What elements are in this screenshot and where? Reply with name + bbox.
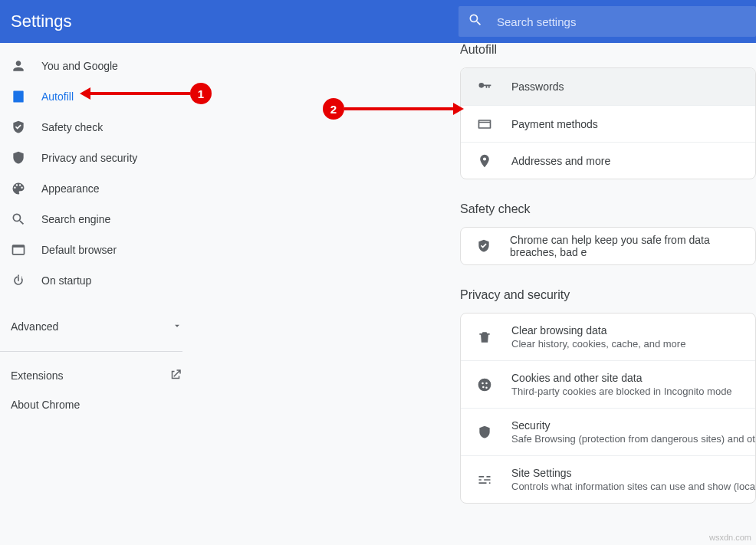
sidebar-item-autofill[interactable]: Autofill — [0, 81, 184, 112]
row-subtitle: Clear history, cookies, cache, and more — [511, 338, 685, 350]
sidebar-advanced[interactable]: Advanced — [0, 308, 199, 345]
row-subtitle: Safe Browsing (protection from dangerous… — [511, 433, 756, 445]
credit-card-icon — [476, 116, 493, 133]
section-title-safety: Safety check — [460, 202, 756, 216]
shield-icon — [11, 150, 26, 166]
palette-icon — [11, 181, 26, 196]
cookie-icon — [476, 376, 493, 393]
person-icon — [11, 58, 26, 74]
browser-icon — [11, 242, 26, 258]
row-label: Passwords — [511, 80, 564, 93]
section-privacy: Privacy and security Clear browsing data… — [460, 288, 756, 504]
main-content: Autofill Passwords Payment methods Addre… — [199, 43, 756, 545]
row-label: Payment methods — [511, 118, 598, 130]
shield-check-icon — [11, 120, 26, 135]
chevron-down-icon — [172, 320, 182, 333]
row-label: Addresses and more — [511, 155, 610, 167]
sidebar-advanced-label: Advanced — [11, 320, 58, 333]
sidebar-item-label: You and Google — [41, 60, 118, 72]
sidebar: You and Google Autofill Safety check Pri… — [0, 43, 199, 545]
sidebar-item-label: Autofill — [41, 90, 74, 103]
sidebar-item-label: Safety check — [41, 121, 103, 133]
power-icon — [11, 273, 26, 288]
section-autofill: Autofill Passwords Payment methods Addre… — [460, 43, 756, 179]
sidebar-item-default-browser[interactable]: Default browser — [0, 235, 184, 265]
row-payment-methods[interactable]: Payment methods — [461, 105, 755, 142]
shield-check-icon — [476, 238, 491, 254]
sliders-icon — [476, 471, 493, 488]
row-title: Security — [511, 419, 756, 432]
sidebar-extensions-label: Extensions — [11, 369, 63, 382]
search-icon — [468, 12, 497, 31]
sidebar-about-label: About Chrome — [11, 399, 80, 411]
shield-icon — [476, 424, 493, 441]
row-passwords[interactable]: Passwords — [461, 68, 755, 105]
autofill-icon — [11, 89, 26, 104]
sidebar-item-label: Search engine — [41, 213, 110, 225]
search-input[interactable] — [497, 15, 747, 28]
section-title-privacy: Privacy and security — [460, 288, 756, 302]
body: You and Google Autofill Safety check Pri… — [0, 43, 756, 545]
sidebar-item-privacy-security[interactable]: Privacy and security — [0, 143, 184, 173]
magnify-icon — [11, 212, 26, 227]
sidebar-item-label: On startup — [41, 274, 91, 287]
section-safety-check: Safety check Chrome can help keep you sa… — [460, 202, 756, 265]
sidebar-item-appearance[interactable]: Appearance — [0, 173, 184, 204]
sidebar-item-label: Default browser — [41, 244, 117, 256]
sidebar-item-label: Privacy and security — [41, 152, 137, 164]
key-icon — [476, 78, 493, 95]
row-site-settings[interactable]: Site Settings Controls what information … — [461, 455, 755, 503]
divider — [0, 351, 182, 352]
row-cookies[interactable]: Cookies and other site data Third-party … — [461, 360, 755, 408]
sidebar-item-you-and-google[interactable]: You and Google — [0, 51, 184, 81]
page-title: Settings — [0, 11, 459, 31]
trash-icon — [476, 329, 493, 346]
safety-card: Chrome can help keep you safe from data … — [460, 227, 756, 265]
section-title-autofill: Autofill — [460, 43, 756, 57]
sidebar-item-safety-check[interactable]: Safety check — [0, 112, 184, 143]
row-title: Site Settings — [511, 467, 756, 479]
open-in-new-icon — [169, 368, 182, 384]
row-subtitle: Third-party cookies are blocked in Incog… — [511, 386, 732, 397]
app-header: Settings — [0, 0, 756, 43]
sidebar-item-search-engine[interactable]: Search engine — [0, 204, 184, 235]
row-addresses[interactable]: Addresses and more — [461, 142, 755, 179]
sidebar-item-label: Appearance — [41, 182, 100, 195]
sidebar-extensions[interactable]: Extensions — [0, 361, 199, 390]
search-container[interactable] — [459, 6, 756, 37]
row-title: Cookies and other site data — [511, 372, 732, 384]
row-security[interactable]: Security Safe Browsing (protection from … — [461, 408, 755, 455]
sidebar-about-chrome[interactable]: About Chrome — [0, 390, 199, 419]
autofill-card: Passwords Payment methods Addresses and … — [460, 67, 756, 179]
row-title: Clear browsing data — [511, 324, 685, 337]
row-safety-desc: Chrome can help keep you safe from data … — [461, 228, 755, 264]
pin-icon — [476, 153, 493, 169]
row-subtitle: Controls what information sites can use … — [511, 481, 756, 492]
privacy-card: Clear browsing data Clear history, cooki… — [460, 313, 756, 504]
row-label: Chrome can help keep you safe from data … — [510, 234, 740, 258]
sidebar-item-on-startup[interactable]: On startup — [0, 265, 184, 296]
row-clear-browsing-data[interactable]: Clear browsing data Clear history, cooki… — [461, 314, 755, 360]
